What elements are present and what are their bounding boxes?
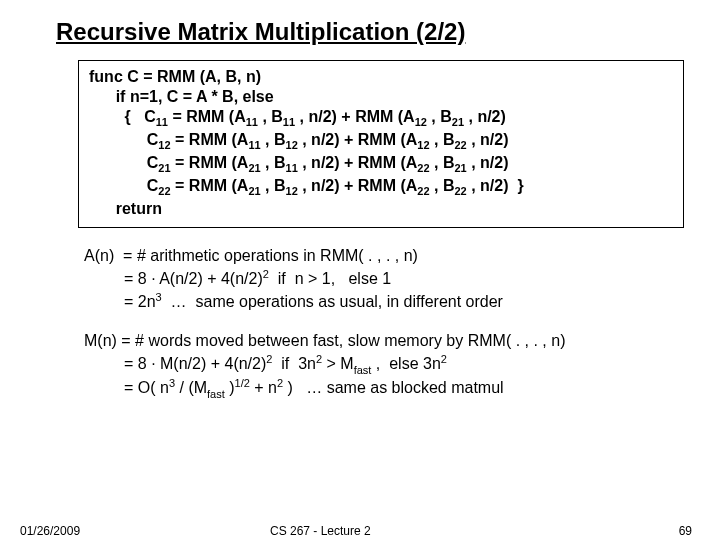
footer-page-number: 69 [679, 524, 692, 538]
code-line: func C = RMM (A, B, n) [89, 67, 673, 87]
text-line: = O( n3 / (Mfast )1/2 + n2 ) … same as b… [84, 376, 692, 401]
footer-course: CS 267 - Lecture 2 [270, 524, 371, 538]
arithmetic-analysis: A(n) = # arithmetic operations in RMM( .… [84, 246, 692, 313]
text-line: A(n) = # arithmetic operations in RMM( .… [84, 246, 692, 267]
code-line: C21 = RMM (A21 , B11 , n/2) + RMM (A22 ,… [89, 153, 673, 176]
code-line: { C11 = RMM (A11 , B11 , n/2) + RMM (A12… [89, 107, 673, 130]
footer-date: 01/26/2009 [20, 524, 80, 538]
text-line: = 8 · M(n/2) + 4(n/2)2 if 3n2 > Mfast , … [84, 352, 692, 377]
code-line: return [89, 199, 673, 219]
text-line: = 2n3 … same operations as usual, in dif… [84, 290, 692, 313]
memory-analysis: M(n) = # words moved between fast, slow … [84, 331, 692, 401]
code-line: C22 = RMM (A21 , B12 , n/2) + RMM (A22 ,… [89, 176, 673, 199]
slide-title: Recursive Matrix Multiplication (2/2) [56, 18, 692, 46]
text-line: = 8 · A(n/2) + 4(n/2)2 if n > 1, else 1 [84, 267, 692, 290]
code-line: if n=1, C = A * B, else [89, 87, 673, 107]
text-line: M(n) = # words moved between fast, slow … [84, 331, 692, 352]
code-line: C12 = RMM (A11 , B12 , n/2) + RMM (A12 ,… [89, 130, 673, 153]
code-block: func C = RMM (A, B, n) if n=1, C = A * B… [78, 60, 684, 228]
